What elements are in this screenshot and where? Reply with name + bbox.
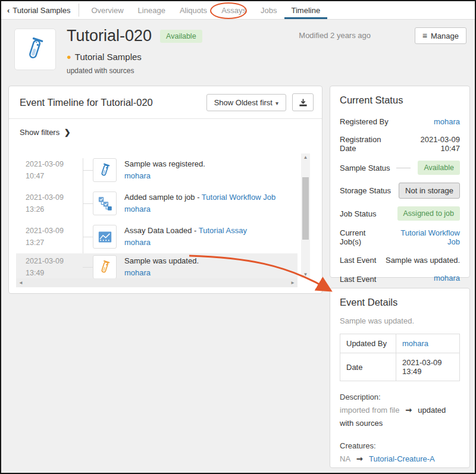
spine-connector — [83, 267, 93, 268]
job-icon — [93, 192, 117, 215]
event-details-table: Updated By mohara Date 2021-03-09 13:49 — [340, 334, 460, 381]
date-value: 2021-03-09 13:49 — [396, 353, 460, 381]
vertical-scroll-thumb[interactable] — [302, 177, 309, 240]
timeline-event-row-selected[interactable]: 2021-03-0913:49 Sample was updated. m — [16, 253, 298, 281]
vertical-scrollbar[interactable]: ▲ ▼ — [301, 153, 310, 278]
event-user-link[interactable]: mohara — [124, 238, 151, 247]
event-entity-link[interactable]: Tutorial Assay — [199, 226, 247, 235]
event-details-panel: Event Details Sample was updated. Update… — [330, 288, 470, 468]
table-row: Date 2021-03-09 13:49 — [340, 353, 460, 381]
export-button[interactable] — [292, 93, 314, 111]
event-timeline-panel: Event Timeline for Tutorial-020 Show Old… — [8, 86, 322, 294]
assay-icon — [93, 225, 117, 249]
change-arrow-icon: ➞ — [405, 406, 412, 415]
sample-registered-icon — [93, 158, 117, 182]
job-status-label: Job Status — [340, 209, 376, 218]
sample-updated-icon — [93, 255, 117, 279]
timeline-event-row[interactable]: 2021-03-0913:27 Assay Data Loaded - Tuto… — [16, 220, 298, 253]
event-user-link[interactable]: mohara — [124, 205, 151, 214]
tab-strip: Overview Lineage Aliquots Assays Jobs Ti… — [84, 1, 327, 19]
event-entity-link[interactable]: Tutorial Workflow Job — [202, 193, 275, 202]
tab-timeline[interactable]: Timeline — [284, 1, 328, 19]
change-creatures: Creatures: NA➞Tutorial-Creature-A — [340, 440, 460, 466]
sample-type-tile — [14, 29, 56, 70]
change-arrow-icon: ➞ — [356, 454, 363, 463]
scroll-down-icon[interactable]: ▼ — [301, 272, 310, 277]
event-timestamp: 2021-03-0913:49 — [16, 255, 76, 279]
last-event-value: Sample was updated. — [386, 256, 460, 265]
scroll-right-icon[interactable]: ► — [290, 280, 295, 285]
top-nav-bar: ‹ Tutorial Samples Overview Lineage Aliq… — [1, 1, 475, 20]
horizontal-scrollbar[interactable]: ◄ ► — [16, 278, 298, 287]
timeline-event-row[interactable]: 2021-03-0910:47 Sample was registered. — [16, 153, 298, 187]
timeline-event-row[interactable]: 2021-03-0913:26 Added sample to job - Tu… — [16, 187, 298, 220]
tab-jobs[interactable]: Jobs — [253, 1, 284, 19]
spine-connector — [83, 237, 93, 237]
sample-type-dot-icon: ● — [67, 52, 71, 61]
event-timestamp: 2021-03-0913:26 — [16, 192, 76, 215]
registration-date-value: 2021-03-09 10:47 — [399, 135, 460, 153]
current-jobs-label: Current Job(s) — [340, 228, 388, 246]
registration-date-label: Registration Date — [340, 135, 399, 153]
sample-type-label: Tutorial Samples — [75, 52, 142, 62]
last-event-label: Last Event — [340, 256, 376, 265]
status-badge: Available — [160, 30, 202, 43]
updated-by-link[interactable]: mohara — [402, 339, 428, 348]
nav-divider — [79, 4, 79, 17]
chevron-right-icon: ❯ — [64, 128, 71, 137]
current-jobs-link[interactable]: Tutorial Workflow Job — [388, 228, 460, 246]
change-description: Description: imported from file➞updated … — [340, 391, 460, 430]
scroll-up-icon[interactable]: ▲ — [301, 155, 310, 160]
change-field-label: Creatures: — [340, 440, 460, 453]
dash-line — [396, 168, 411, 168]
sample-description: updated with sources — [67, 67, 134, 75]
scroll-left-icon[interactable]: ◄ — [18, 280, 23, 285]
download-icon — [299, 98, 308, 107]
modified-text: Modified 2 years ago — [299, 31, 371, 40]
manage-button[interactable]: ≡Manage — [415, 27, 466, 44]
storage-status-label: Storage Status — [340, 186, 391, 195]
event-title: Added sample to job - — [124, 193, 202, 202]
registered-by-label: Registered By — [340, 117, 389, 126]
old-value: imported from file — [340, 406, 399, 415]
updated-by-label: Updated By — [340, 334, 396, 353]
test-tube-icon — [21, 36, 49, 63]
breadcrumb-label: Tutorial Samples — [12, 6, 70, 15]
tab-aliquots[interactable]: Aliquots — [173, 1, 214, 19]
caret-down-icon: ▾ — [275, 100, 278, 106]
page-title: Tutorial-020 — [67, 27, 152, 45]
timeline-panel-title: Event Timeline for Tutorial-020 — [20, 97, 206, 108]
event-timestamp: 2021-03-0910:47 — [16, 158, 76, 182]
old-value: NA — [340, 454, 350, 463]
storage-status-badge: Not in storage — [399, 183, 460, 199]
spine-connector — [83, 170, 93, 171]
event-user-link[interactable]: mohara — [124, 268, 151, 277]
timeline-event-list: 2021-03-0910:47 Sample was registered. — [16, 153, 298, 278]
event-title: Assay Data Loaded - — [124, 226, 199, 235]
event-details-title: Event Details — [340, 297, 460, 308]
breadcrumb-back[interactable]: ‹ Tutorial Samples — [1, 1, 79, 19]
event-title: Sample was registered. — [124, 159, 205, 168]
tab-overview[interactable]: Overview — [84, 1, 130, 19]
current-status-title: Current Status — [340, 95, 460, 106]
sample-header: Tutorial-020 Available ● Tutorial Sample… — [1, 20, 475, 84]
job-status-badge: Assigned to job — [397, 206, 460, 221]
spine-connector — [83, 203, 93, 204]
event-user-link[interactable]: mohara — [124, 171, 151, 180]
event-title: Sample was updated. — [124, 256, 199, 265]
change-field-label: Description: — [340, 391, 460, 404]
event-summary: Sample was updated. — [340, 316, 460, 325]
new-value-link[interactable]: Tutorial-Creature-A — [369, 454, 435, 463]
back-chevron-icon: ‹ — [7, 6, 10, 15]
registered-by-link[interactable]: mohara — [434, 117, 460, 126]
tab-lineage[interactable]: Lineage — [131, 1, 173, 19]
tab-assays[interactable]: Assays — [214, 1, 253, 19]
hamburger-icon: ≡ — [422, 31, 427, 40]
last-event-handled-link[interactable]: mohara — [434, 274, 460, 282]
sample-status-badge: Available — [418, 161, 460, 175]
event-timestamp: 2021-03-0913:27 — [16, 225, 76, 249]
show-filters-toggle[interactable]: Show filters ❯ — [9, 119, 322, 137]
sort-order-dropdown[interactable]: Show Oldest first▾ — [206, 94, 286, 111]
table-row: Updated By mohara — [340, 334, 460, 353]
current-status-panel: Current Status Registered By mohara Regi… — [330, 86, 470, 278]
